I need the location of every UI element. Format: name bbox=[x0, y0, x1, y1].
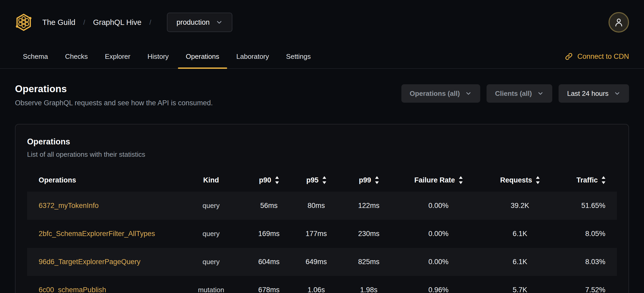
table-row: 2bfc_SchemaExplorerFilter_AllTypesquery1… bbox=[27, 220, 617, 248]
column-header-p90: p90 bbox=[248, 176, 290, 184]
sort-up-icon bbox=[602, 176, 605, 179]
user-menu-button[interactable] bbox=[609, 12, 629, 33]
cell-p99: 1.98s bbox=[343, 286, 395, 293]
sort-down-icon bbox=[375, 181, 379, 184]
top-bar: The Guild / GraphQL Hive / production bbox=[0, 0, 644, 45]
sort-up-icon bbox=[459, 176, 463, 179]
cell-requests: 39.2K bbox=[482, 202, 558, 210]
page-header: Operations Observe GraphQL requests and … bbox=[0, 69, 644, 107]
page-subtitle: Observe GraphQL requests and see how the… bbox=[15, 99, 213, 107]
column-header-kind: Kind bbox=[174, 176, 248, 184]
tab-schema[interactable]: Schema bbox=[15, 45, 56, 68]
sort-toggle[interactable] bbox=[275, 176, 279, 184]
operation-link[interactable]: 96d6_TargetExplorerPageQuery bbox=[39, 258, 140, 266]
sort-up-icon bbox=[323, 176, 326, 179]
column-header-name: Operations bbox=[27, 176, 174, 184]
cell-p99: 122ms bbox=[343, 202, 395, 210]
sort-toggle[interactable] bbox=[459, 176, 463, 184]
cell-traffic: 7.52% bbox=[558, 286, 617, 293]
cell-p90: 169ms bbox=[248, 230, 290, 238]
cell-name: 2bfc_SchemaExplorerFilter_AllTypes bbox=[27, 230, 174, 238]
table-row: 96d6_TargetExplorerPageQueryquery604ms64… bbox=[27, 248, 617, 276]
chevron-down-icon bbox=[465, 90, 472, 97]
hive-logo-icon[interactable] bbox=[15, 13, 32, 32]
target-selector-dropdown[interactable]: production bbox=[167, 13, 232, 32]
sort-down-icon bbox=[602, 181, 605, 184]
target-selector-value: production bbox=[176, 18, 209, 27]
tab-laboratory[interactable]: Laboratory bbox=[228, 45, 277, 68]
cell-failure_rate: 0.00% bbox=[395, 258, 482, 266]
cell-requests: 6.1K bbox=[482, 230, 558, 238]
sort-down-icon bbox=[275, 181, 279, 184]
breadcrumb-org[interactable]: The Guild bbox=[42, 18, 75, 27]
chevron-down-icon bbox=[537, 90, 544, 97]
card-title: Operations bbox=[27, 137, 617, 146]
tab-history[interactable]: History bbox=[140, 45, 177, 68]
tab-settings[interactable]: Settings bbox=[278, 45, 319, 68]
cell-p90: 56ms bbox=[248, 202, 290, 210]
tabs: SchemaChecksExplorerHistoryOperationsLab… bbox=[15, 45, 320, 68]
link-icon bbox=[565, 52, 573, 61]
cell-p95: 649ms bbox=[290, 258, 343, 266]
sort-up-icon bbox=[375, 176, 379, 179]
chevron-down-icon bbox=[614, 90, 621, 97]
operations-card: Operations List of all operations with t… bbox=[15, 124, 629, 293]
tab-explorer[interactable]: Explorer bbox=[97, 45, 138, 68]
cell-kind: query bbox=[174, 258, 248, 266]
chevron-down-icon bbox=[216, 19, 223, 26]
cell-kind: query bbox=[174, 202, 248, 210]
operation-link[interactable]: 2bfc_SchemaExplorerFilter_AllTypes bbox=[39, 230, 155, 238]
column-header-requests: Requests bbox=[482, 176, 558, 184]
filter-dropdown-clients-all[interactable]: Clients (all) bbox=[487, 84, 552, 103]
sort-toggle[interactable] bbox=[375, 176, 379, 184]
cell-failure_rate: 0.96% bbox=[395, 286, 482, 293]
breadcrumb: The Guild / GraphQL Hive / production bbox=[42, 13, 232, 32]
sort-down-icon bbox=[459, 181, 463, 184]
table-row: 6372_myTokenInfoquery56ms80ms122ms0.00%3… bbox=[27, 192, 617, 220]
page-title: Operations bbox=[15, 83, 213, 95]
tab-checks[interactable]: Checks bbox=[57, 45, 96, 68]
table-body: 6372_myTokenInfoquery56ms80ms122ms0.00%3… bbox=[27, 192, 617, 293]
cell-traffic: 51.65% bbox=[558, 202, 617, 210]
cell-requests: 5.7K bbox=[482, 286, 558, 293]
cell-requests: 6.1K bbox=[482, 258, 558, 266]
connect-to-cdn-label: Connect to CDN bbox=[577, 53, 629, 61]
cell-p99: 825ms bbox=[343, 258, 395, 266]
user-icon bbox=[614, 17, 624, 28]
cell-kind: query bbox=[174, 230, 248, 238]
operation-link[interactable]: 6372_myTokenInfo bbox=[39, 202, 99, 210]
cell-traffic: 8.03% bbox=[558, 258, 617, 266]
cell-p95: 177ms bbox=[290, 230, 343, 238]
page-title-block: Operations Observe GraphQL requests and … bbox=[15, 83, 213, 107]
sort-up-icon bbox=[536, 176, 540, 179]
connect-to-cdn-button[interactable]: Connect to CDN bbox=[565, 45, 629, 68]
filter-dropdown-last-24-hours[interactable]: Last 24 hours bbox=[559, 84, 629, 103]
cell-kind: mutation bbox=[174, 286, 248, 293]
cell-p90: 604ms bbox=[248, 258, 290, 266]
column-header-traffic: Traffic bbox=[558, 176, 617, 184]
cell-failure_rate: 0.00% bbox=[395, 230, 482, 238]
sort-up-icon bbox=[275, 176, 279, 179]
filters: Operations (all) Clients (all) Last 24 h… bbox=[401, 83, 629, 103]
operations-table: Operations Kind p90 p95 p99 bbox=[27, 169, 617, 293]
sort-toggle[interactable] bbox=[536, 176, 540, 184]
sort-toggle[interactable] bbox=[602, 176, 605, 184]
cell-p95: 80ms bbox=[290, 202, 343, 210]
table-row: 6c00_schemaPublishmutation678ms1.06s1.98… bbox=[27, 276, 617, 293]
column-header-p95: p95 bbox=[290, 176, 343, 184]
sort-toggle[interactable] bbox=[323, 176, 326, 184]
breadcrumb-project[interactable]: GraphQL Hive bbox=[93, 18, 141, 27]
cell-p95: 1.06s bbox=[290, 286, 343, 293]
filter-dropdown-operations-all[interactable]: Operations (all) bbox=[401, 84, 481, 103]
card-subtitle: List of all operations with their statis… bbox=[27, 150, 617, 159]
cell-name: 96d6_TargetExplorerPageQuery bbox=[27, 258, 174, 266]
tab-operations[interactable]: Operations bbox=[178, 45, 227, 68]
cell-name: 6c00_schemaPublish bbox=[27, 286, 174, 293]
cell-failure_rate: 0.00% bbox=[395, 202, 482, 210]
breadcrumb-separator: / bbox=[149, 18, 151, 27]
cell-p99: 230ms bbox=[343, 230, 395, 238]
breadcrumb-separator: / bbox=[83, 18, 85, 27]
column-header-failure_rate: Failure Rate bbox=[395, 176, 482, 184]
operation-link[interactable]: 6c00_schemaPublish bbox=[39, 286, 106, 293]
tab-bar: SchemaChecksExplorerHistoryOperationsLab… bbox=[0, 45, 644, 69]
